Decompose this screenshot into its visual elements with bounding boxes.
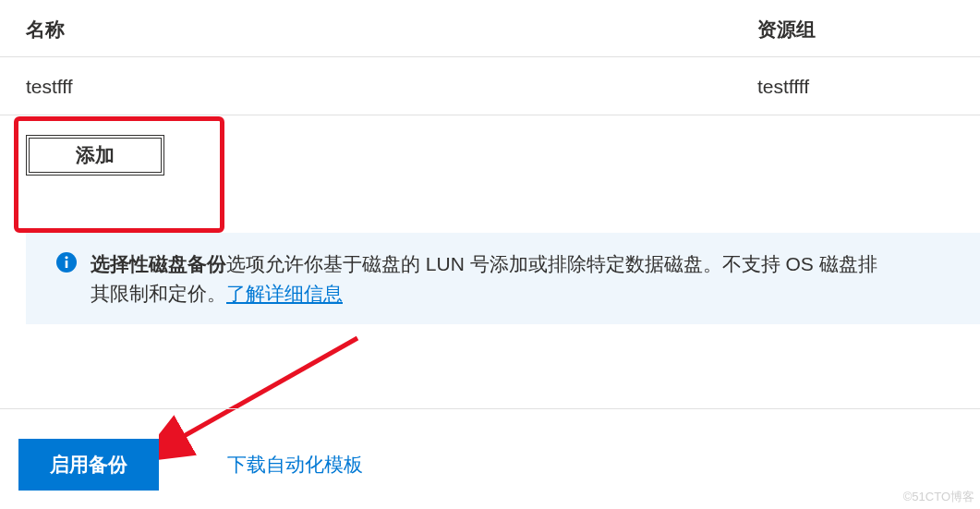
column-header-name: 名称	[0, 17, 757, 42]
enable-backup-button[interactable]: 启用备份	[18, 439, 159, 491]
watermark: ©51CTO博客	[903, 489, 974, 505]
svg-point-2	[65, 256, 67, 259]
info-icon	[55, 251, 78, 273]
info-text-part2: 其限制和定价。	[91, 283, 226, 304]
add-button[interactable]: 添加	[26, 135, 164, 176]
cell-name: testfff	[0, 76, 757, 98]
info-banner: 选择性磁盘备份选项允许你基于磁盘的 LUN 号添加或排除特定数据磁盘。不支持 O…	[26, 233, 980, 324]
table-header: 名称 资源组	[0, 0, 980, 57]
learn-more-link[interactable]: 了解详细信息	[226, 283, 343, 304]
info-bold-text: 选择性磁盘备份	[91, 253, 226, 274]
info-text-part1: 选项允许你基于磁盘的 LUN 号添加或排除特定数据磁盘。不支持 OS 磁盘排	[226, 253, 877, 274]
svg-rect-1	[66, 261, 68, 268]
download-automation-template-link[interactable]: 下载自动化模板	[227, 452, 363, 478]
table-row[interactable]: testfff testffff	[0, 57, 980, 115]
vm-table: 名称 资源组 testfff testffff	[0, 0, 980, 115]
info-text: 选择性磁盘备份选项允许你基于磁盘的 LUN 号添加或排除特定数据磁盘。不支持 O…	[91, 249, 877, 308]
cell-resource-group: testffff	[757, 76, 809, 98]
add-button-label: 添加	[76, 142, 115, 168]
footer: 启用备份 下载自动化模板	[0, 408, 980, 491]
column-header-resource-group: 资源组	[757, 17, 816, 42]
enable-backup-label: 启用备份	[50, 454, 127, 475]
